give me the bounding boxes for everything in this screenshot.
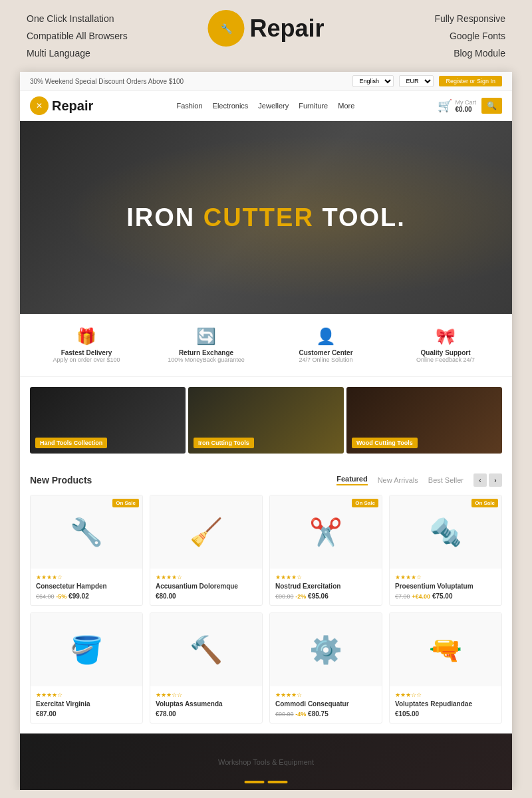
new-price-8: €105.00 [395,710,419,718]
customer-title: Customer Center [266,349,386,356]
accent-dot-1 [245,781,265,783]
tab-best-seller[interactable]: Best Seller [428,476,464,484]
return-subtitle: 100% MoneyBack guarantee [146,356,266,363]
shop-logo[interactable]: ✕ Repair [30,96,93,115]
product-info-2: ★★★★☆ Accusantium Doloremque €80.00 [150,569,262,605]
register-button[interactable]: Register or Sign In [439,76,502,86]
new-price-3: €95.06 [308,593,329,600]
main-logo[interactable]: 🔧 Repair [207,10,324,47]
feature-left: One Click Installation Compatible All Br… [27,13,128,59]
right-controls: English EUR Register or Sign In [352,75,502,87]
nav-furniture[interactable]: Furniture [299,102,328,110]
product-badge-3: On Sale [352,499,378,507]
logo-text: Repair [249,15,324,43]
bottom-banner: Workshop Tools & Equipment [20,733,512,790]
tab-new-arrivals[interactable]: New Arrivals [378,476,418,484]
product-price-2: €80.00 [156,593,257,600]
bottom-banner-text: Workshop Tools & Equipment [218,758,314,766]
product-stars-6: ★★★☆☆ [156,692,257,698]
product-badge-1: On Sale [112,499,139,507]
old-price-1: €64.00 [36,593,55,600]
product-info-6: ★★★☆☆ Voluptas Assumenda €78.00 [150,686,262,723]
cart-label: My Cart [455,99,476,106]
discount-1: -5% [56,593,66,600]
product-info-1: ★★★★☆ Consectetur Hampden €64.00 -5% €99… [31,569,142,605]
old-price-4: €7.00 [395,593,410,600]
tab-featured[interactable]: Featured [336,475,367,485]
bottom-accent [245,781,288,783]
product-price-3: €00.00 -2% €95.06 [275,593,376,600]
product-card-6[interactable]: 🔨 ★★★☆☆ Voluptas Assumenda €78.00 [150,612,263,724]
customer-icon: 👤 [266,327,386,346]
feature-delivery: 🎁 Fastest Delivery Apply on order over $… [27,327,146,363]
products-section: New Products Featured New Arrivals Best … [20,464,512,733]
product-card-1[interactable]: On Sale 🔧 ★★★★☆ Consectetur Hampden €64.… [30,495,143,606]
category-iron-tools[interactable]: Iron Cutting Tools [188,387,344,454]
currency-select[interactable]: EUR [399,75,434,87]
announcement-text: 30% Weekend Special Discount Orders Abov… [30,78,184,85]
shop-logo-text: Repair [52,98,93,114]
product-name-3: Nostrud Exercitation [275,583,376,590]
product-name-1: Consectetur Hampden [36,583,137,590]
product-stars-5: ★★★★☆ [36,692,137,698]
product-image-6: 🔨 [150,613,262,686]
product-info-3: ★★★★☆ Nostrud Exercitation €00.00 -2% €9… [270,569,382,605]
hero-title-part2: TOOL. [314,203,406,231]
feature-item-4: Fully Responsive [434,13,505,24]
category-wood-tools[interactable]: Wood Cutting Tools [346,387,502,454]
product-card-4[interactable]: On Sale 🔩 ★★★★☆ Proesentium Voluptatum €… [389,495,502,606]
next-arrow[interactable]: › [489,473,502,487]
svg-text:🔧: 🔧 [220,23,232,35]
feature-bar: One Click Installation Compatible All Br… [0,0,532,72]
product-name-4: Proesentium Voluptatum [395,583,496,590]
product-name-5: Exercitat Virginia [36,700,137,708]
wood-tools-label: Wood Cutting Tools [352,438,418,448]
cart-icon: 🛒 [438,98,452,113]
discount-3: -2% [295,593,306,600]
product-stars-4: ★★★★☆ [395,574,496,581]
header-right: 🛒 My Cart €0.00 🔍 [438,98,502,114]
product-name-8: Voluptates Repudiandae [395,700,496,708]
support-icon: 🎀 [386,327,505,346]
product-card-2[interactable]: 🧹 ★★★★☆ Accusantium Doloremque €80.00 [150,495,263,606]
nav-arrows: ‹ › [473,473,502,487]
accent-dot-2 [268,781,288,783]
hero-title-part1: IRON [126,203,203,231]
return-title: Return Exchange [146,349,266,356]
nav-jewellery[interactable]: Jewellery [258,102,289,110]
feature-support: 🎀 Quality Support Online Feedback 24/7 [386,327,505,363]
cart-icon-wrap[interactable]: 🛒 My Cart €0.00 [438,98,476,113]
product-stars-1: ★★★★☆ [36,574,137,581]
new-price-5: €87.00 [36,710,57,718]
product-card-7[interactable]: ⚙️ ★★★★☆ Commodi Consequatur €00.00 -4% … [269,612,382,724]
products-header: New Products Featured New Arrivals Best … [30,473,502,487]
feature-item-3: Multi Language [27,48,128,59]
products-title: New Products [30,475,92,485]
product-card-5[interactable]: 🪣 ★★★★☆ Exercitat Virginia €87.00 [30,612,143,724]
product-stars-7: ★★★★☆ [275,692,376,698]
nav-fashion[interactable]: Fashion [176,102,202,110]
prev-arrow[interactable]: ‹ [473,473,487,487]
product-badge-4: On Sale [471,499,498,507]
feature-item-2: Compatible All Browsers [27,31,128,41]
product-name-2: Accusantium Doloremque [156,583,257,590]
feature-item-6: Blog Module [434,48,505,59]
product-stars-2: ★★★★☆ [156,574,257,581]
product-card-3[interactable]: On Sale ✂️ ★★★★☆ Nostrud Exercitation €0… [269,495,382,606]
hero-title-highlight: CUTTER [203,203,314,231]
hero-banner: IRON CUTTER TOOL. [20,121,512,314]
iron-tools-label: Iron Cutting Tools [194,438,254,448]
product-image-7: ⚙️ [270,613,382,686]
language-select[interactable]: English [352,75,394,87]
logo-icon: 🔧 [207,10,244,47]
category-hand-tools[interactable]: Hand Tools Collection [30,387,186,454]
nav-electronics[interactable]: Electronics [213,102,249,110]
product-info-5: ★★★★☆ Exercitat Virginia €87.00 [31,686,142,723]
feature-return: 🔄 Return Exchange 100% MoneyBack guarant… [146,327,266,363]
nav-more[interactable]: More [338,102,354,110]
product-card-8[interactable]: 🔫 ★★★☆☆ Voluptates Repudiandae €105.00 [389,612,502,724]
product-stars-3: ★★★★☆ [275,574,376,581]
cart-amount: €0.00 [455,106,476,113]
search-button[interactable]: 🔍 [481,98,502,114]
product-info-7: ★★★★☆ Commodi Consequatur €00.00 -4% €80… [270,686,382,723]
